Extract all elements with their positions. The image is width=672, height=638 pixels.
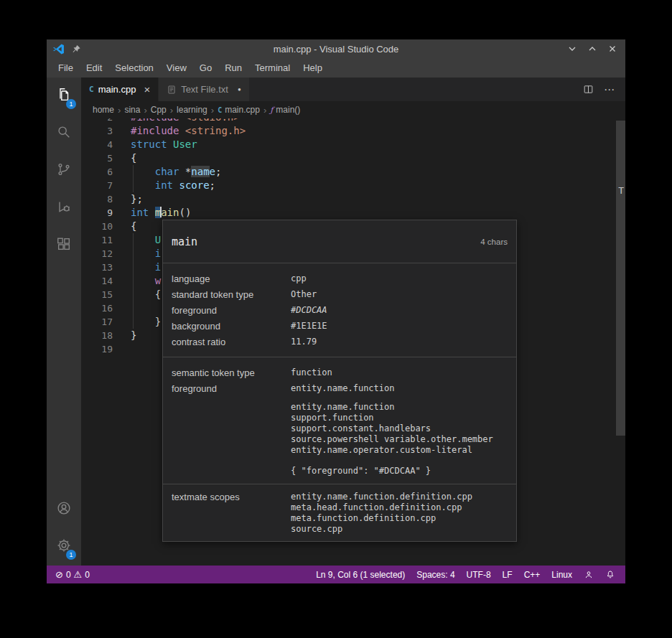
settings-gear-icon[interactable]: 1	[47, 528, 81, 563]
notifications-bell-icon[interactable]	[605, 570, 615, 580]
more-actions-icon[interactable]: ⋯	[604, 83, 615, 96]
cpp-file-icon: C	[218, 106, 222, 114]
title-bar[interactable]: main.cpp - Visual Studio Code	[47, 39, 625, 58]
menu-item-terminal[interactable]: Terminal	[248, 58, 297, 78]
split-editor-icon[interactable]	[583, 84, 594, 95]
pin-icon[interactable]	[72, 44, 81, 54]
code-line-4[interactable]: 4struct User	[81, 138, 625, 151]
tab-close-icon[interactable]: ×	[144, 83, 150, 95]
minimap-artifact: T	[618, 185, 624, 196]
tab-main-cpp[interactable]: C main.cpp ×	[81, 78, 158, 101]
menu-item-run[interactable]: Run	[218, 58, 248, 78]
breadcrumb-item-home[interactable]: home	[92, 105, 115, 115]
vertical-scrollbar[interactable]	[616, 121, 625, 436]
code-token	[131, 316, 155, 327]
line-number: 4	[81, 138, 113, 151]
editor[interactable]: 2#include <stdio.h>3#include <string.h>4…	[81, 118, 625, 566]
menu-item-file[interactable]: File	[52, 58, 80, 78]
hover-semantic-section: semantic token type function foreground …	[163, 357, 516, 484]
code-line-6[interactable]: 6 char *name;	[81, 165, 625, 179]
extensions-icon[interactable]	[47, 227, 81, 261]
menu-item-go[interactable]: Go	[193, 58, 218, 78]
code-line-8[interactable]: 8};	[81, 192, 625, 206]
scope-entry: support.constant.handlebars	[291, 423, 508, 434]
breadcrumb-separator: ›	[263, 105, 266, 116]
eol-indicator[interactable]: LF	[503, 570, 513, 580]
breadcrumb-separator: ›	[118, 105, 121, 116]
indent-guide	[133, 247, 134, 261]
code-token: ain	[161, 207, 179, 218]
window-maximize-button[interactable]	[588, 44, 597, 53]
breadcrumb-item-main-cpp[interactable]: Cmain.cpp	[217, 105, 261, 115]
code-token	[131, 275, 155, 286]
line-number: 14	[81, 274, 113, 288]
hover-value: cpp	[291, 273, 508, 283]
code-line-9[interactable]: 9int main()	[81, 206, 625, 220]
hover-metadata-row: background#1E1E1E	[172, 318, 508, 334]
explorer-icon[interactable]: 1	[47, 78, 81, 112]
os-indicator[interactable]: Linux	[551, 570, 572, 580]
source-control-icon[interactable]	[47, 152, 81, 187]
breadcrumb-item-learning[interactable]: learning	[176, 105, 208, 115]
line-number: 13	[81, 261, 113, 274]
code-token: *	[179, 166, 191, 177]
hover-label: language	[172, 273, 291, 284]
code-token: int	[131, 207, 149, 218]
account-icon[interactable]	[47, 491, 81, 525]
modified-dot-icon[interactable]: ●	[238, 86, 241, 93]
hover-value: entity.name.function	[291, 383, 508, 393]
vscode-logo-icon	[52, 43, 65, 55]
menu-item-view[interactable]: View	[160, 58, 193, 78]
run-debug-icon[interactable]	[47, 189, 81, 224]
breadcrumb-label: main()	[276, 105, 300, 115]
line-number: 7	[81, 179, 113, 192]
feedback-icon[interactable]	[584, 570, 594, 580]
tab-label: main.cpp	[98, 84, 136, 95]
indentation-indicator[interactable]: Spaces: 4	[416, 570, 454, 580]
code-line-7[interactable]: 7 int score;	[81, 179, 625, 192]
code-text: {	[131, 220, 136, 233]
code-token: ;	[210, 179, 215, 191]
breadcrumb: home›sina›Cpp›learning›Cmain.cpp›ƒmain()	[81, 101, 625, 118]
line-number: 11	[81, 233, 113, 247]
warning-icon: ⚠	[74, 570, 83, 579]
line-number: 3	[81, 124, 113, 138]
hover-metadata-row: standard token typeOther	[172, 286, 508, 302]
code-token	[131, 166, 155, 177]
code-line-2[interactable]: 2#include <stdio.h>	[81, 118, 625, 124]
code-token	[131, 179, 155, 191]
cursor-position[interactable]: Ln 9, Col 6 (1 selected)	[316, 570, 405, 580]
problems-indicator[interactable]: ⊘ 0 ⚠ 0	[55, 570, 90, 580]
status-bar: ⊘ 0 ⚠ 0 Ln 9, Col 6 (1 selected) Spaces:…	[47, 566, 625, 583]
hover-label: foreground	[172, 383, 291, 394]
scope-entry: meta.function.definition.cpp	[291, 513, 508, 524]
hover-token-length: 4 chars	[480, 238, 508, 246]
breadcrumb-item-main-[interactable]: ƒmain()	[269, 105, 301, 115]
hover-value: #1E1E1E	[291, 321, 508, 331]
search-icon[interactable]	[47, 115, 81, 149]
breadcrumb-item-sina[interactable]: sina	[123, 105, 141, 115]
line-number: 12	[81, 247, 113, 261]
code-line-5[interactable]: 5{	[81, 151, 625, 165]
code-token: };	[131, 193, 143, 205]
code-token: <stdio.h>	[185, 118, 240, 123]
code-text: {	[131, 151, 136, 165]
line-number: 19	[81, 342, 113, 356]
tab-text-file[interactable]: Text File.txt ●	[159, 78, 249, 101]
menu-item-help[interactable]: Help	[297, 58, 329, 78]
menu-item-edit[interactable]: Edit	[80, 58, 108, 78]
code-token	[131, 261, 155, 273]
indent-guide	[133, 301, 134, 315]
menu-item-selection[interactable]: Selection	[108, 58, 159, 78]
window-close-button[interactable]	[608, 44, 617, 53]
language-mode[interactable]: C++	[524, 570, 541, 580]
window-minimize-button[interactable]	[568, 44, 577, 53]
code-line-3[interactable]: 3#include <string.h>	[81, 124, 625, 138]
breadcrumb-item-cpp[interactable]: Cpp	[150, 105, 167, 115]
window-title: main.cpp - Visual Studio Code	[47, 44, 625, 55]
menu-bar: FileEditSelectionViewGoRunTerminalHelp	[47, 58, 625, 78]
code-token: #include	[131, 125, 185, 136]
encoding-indicator[interactable]: UTF-8	[467, 570, 491, 580]
code-token: {	[155, 288, 161, 300]
hover-token-text: main	[172, 235, 197, 248]
